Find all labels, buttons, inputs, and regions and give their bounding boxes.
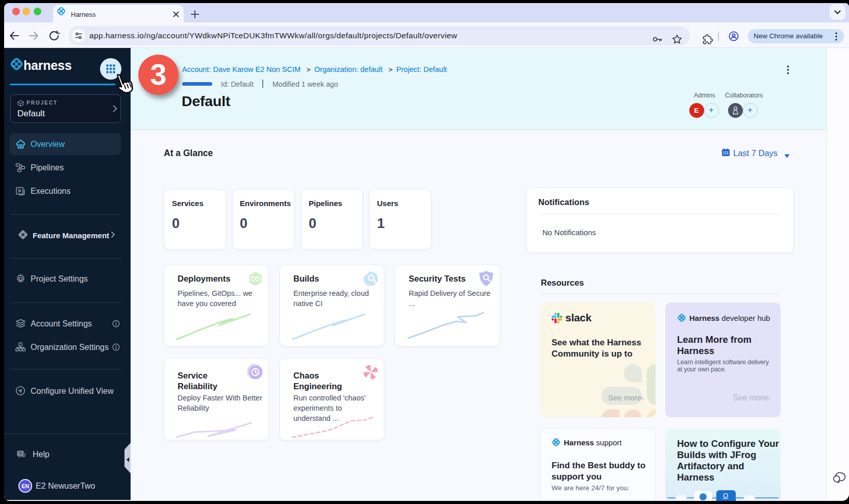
- svg-text:?: ?: [19, 451, 22, 456]
